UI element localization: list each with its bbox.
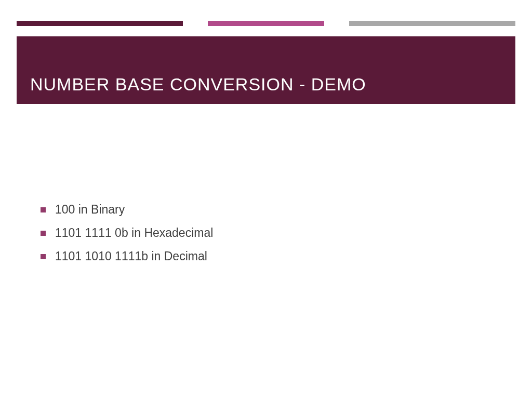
bullet-icon: [41, 254, 46, 259]
title-banner: NUMBER BASE CONVERSION - DEMO: [17, 36, 515, 104]
stripe-accent: [208, 21, 324, 26]
stripe-gray: [349, 21, 515, 26]
list-item: 1101 1010 1111b in Decimal: [41, 249, 532, 263]
stripe-gap: [183, 21, 208, 26]
bullet-text: 1101 1010 1111b in Decimal: [55, 249, 207, 263]
bullet-icon: [41, 231, 46, 236]
bullet-text: 1101 1111 0b in Hexadecimal: [55, 226, 213, 240]
slide-title: NUMBER BASE CONVERSION - DEMO: [30, 74, 366, 95]
bullet-text: 100 in Binary: [55, 203, 125, 217]
bullet-icon: [41, 207, 46, 212]
list-item: 100 in Binary: [41, 203, 532, 217]
stripe-dark: [17, 21, 183, 26]
list-item: 1101 1111 0b in Hexadecimal: [41, 226, 532, 240]
slide-content: 100 in Binary 1101 1111 0b in Hexadecima…: [41, 203, 532, 263]
decorative-top-stripes: [17, 21, 515, 26]
stripe-gap: [324, 21, 349, 26]
